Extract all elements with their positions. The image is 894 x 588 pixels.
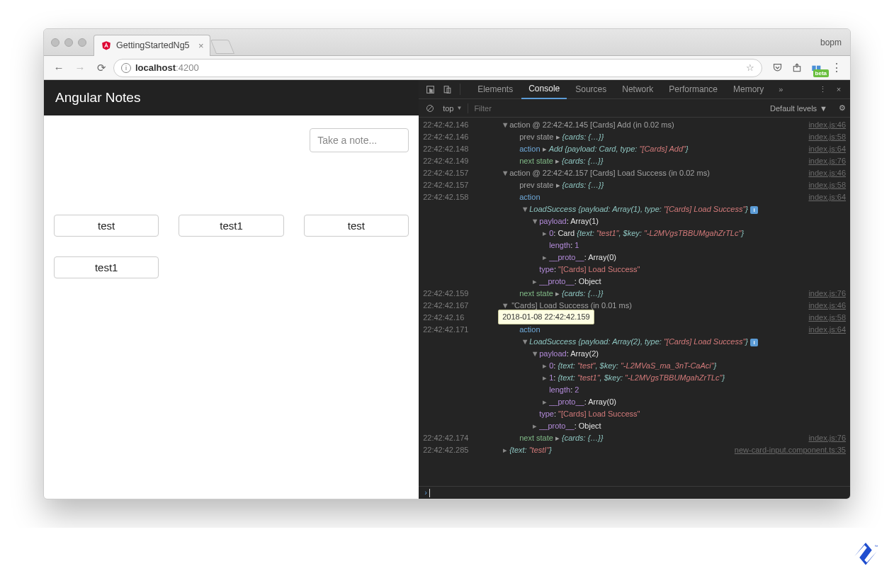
console-line[interactable]: ▼payload: Array(2) bbox=[419, 348, 850, 360]
console-line[interactable]: 22:42:42.149next state ▸ {cards: {…}}ind… bbox=[419, 155, 850, 167]
expand-arrow-icon[interactable]: ▸ bbox=[541, 227, 549, 239]
source-link[interactable]: index.js:76 bbox=[801, 155, 846, 167]
console-line[interactable]: ▼payload: Array(1) bbox=[419, 215, 850, 227]
minimize-window-button[interactable] bbox=[64, 38, 73, 47]
forward-button[interactable]: → bbox=[71, 60, 89, 77]
console-line[interactable]: 22:42:42.285▸{text: "testI"}new-card-inp… bbox=[419, 444, 850, 456]
devtools-tab-console[interactable]: Console bbox=[521, 80, 567, 99]
info-badge-icon[interactable]: i bbox=[750, 339, 758, 346]
devtools-tab-memory[interactable]: Memory bbox=[726, 80, 771, 99]
console-line[interactable]: 22:42:42.157▼action @ 22:42:42.157 [Card… bbox=[419, 167, 850, 179]
console-line[interactable]: 22:42:42.159next state ▸ {cards: {…}}ind… bbox=[419, 288, 850, 300]
expand-arrow-icon[interactable]: ▼ bbox=[521, 336, 529, 348]
clear-console-icon[interactable] bbox=[423, 101, 437, 115]
source-link[interactable]: index.js:58 bbox=[801, 312, 846, 324]
console-line[interactable]: ▸0: Card {text: "test1", $key: "-L2MVgsT… bbox=[419, 227, 850, 239]
console-line[interactable]: 22:42:42.146prev state ▸ {cards: {…}}ind… bbox=[419, 131, 850, 143]
star-icon[interactable]: ☆ bbox=[746, 62, 754, 73]
console-line[interactable]: 22:42:42.171actionindex.js:64 bbox=[419, 324, 850, 336]
source-link[interactable]: new-card-input.component.ts:35 bbox=[728, 444, 846, 456]
expand-arrow-icon[interactable]: ▼ bbox=[531, 215, 539, 227]
extension-icon[interactable]: beta bbox=[809, 60, 825, 76]
device-toggle-icon[interactable] bbox=[440, 82, 454, 96]
console-line[interactable]: 22:42:42.16 …}}index.js:58 bbox=[419, 312, 850, 324]
log-levels-selector[interactable]: Default levels▼ bbox=[770, 104, 827, 113]
console-line[interactable]: 22:42:42.157prev state ▸ {cards: {…}}ind… bbox=[419, 179, 850, 191]
profile-name[interactable]: bopm bbox=[820, 38, 842, 47]
console-line[interactable]: 22:42:42.174next state ▸ {cards: {…}}ind… bbox=[419, 432, 850, 444]
console-line[interactable]: ▼LoadSuccess {payload: Array(1), type: "… bbox=[419, 203, 850, 215]
more-tabs-icon[interactable]: » bbox=[774, 82, 788, 96]
expand-arrow-icon[interactable]: ▸ bbox=[541, 396, 549, 408]
console-line[interactable]: 22:42:42.167▼ "Cards] Load Success (in 0… bbox=[419, 300, 850, 312]
expand-arrow-icon[interactable]: ▸ bbox=[501, 444, 509, 456]
console-prompt[interactable]: › bbox=[419, 486, 850, 499]
context-selector[interactable]: top▼ bbox=[443, 104, 462, 113]
maximize-window-button[interactable] bbox=[78, 38, 86, 47]
expand-arrow-icon[interactable]: ▼ bbox=[531, 348, 539, 360]
site-info-icon[interactable]: i bbox=[121, 63, 131, 73]
source-link[interactable]: index.js:46 bbox=[801, 119, 846, 131]
expand-arrow-icon[interactable]: ▼ bbox=[501, 119, 509, 131]
console-line[interactable]: length: 1 bbox=[419, 239, 850, 251]
pocket-icon[interactable] bbox=[769, 60, 785, 76]
note-card[interactable]: test bbox=[304, 215, 409, 237]
devtools-tab-network[interactable]: Network bbox=[615, 80, 660, 99]
menu-icon[interactable]: ⋮ bbox=[829, 60, 844, 76]
devtools-tab-performance[interactable]: Performance bbox=[662, 80, 725, 99]
devtools-menu-icon[interactable]: ⋮ bbox=[816, 82, 829, 96]
expand-arrow-icon[interactable]: ▼ bbox=[521, 203, 529, 215]
browser-tab[interactable]: GettingStartedNg5 × bbox=[94, 35, 210, 56]
devtools-close-icon[interactable]: × bbox=[832, 82, 846, 96]
source-link[interactable]: index.js:76 bbox=[801, 288, 846, 300]
note-card[interactable]: test1 bbox=[54, 256, 159, 278]
note-input[interactable] bbox=[310, 128, 409, 152]
console-line[interactable]: 22:42:42.158actionindex.js:64 bbox=[419, 191, 850, 203]
console-line[interactable]: type: "[Cards] Load Success" bbox=[419, 264, 850, 276]
console-line[interactable]: ▸1: {text: "test1", $key: "-L2MVgsTBBUMg… bbox=[419, 372, 850, 384]
info-badge-icon[interactable]: i bbox=[750, 206, 758, 214]
console-line[interactable]: ▸__proto__: Object bbox=[419, 420, 850, 432]
console-line[interactable]: ▸__proto__: Array(0) bbox=[419, 396, 850, 408]
log-timestamp: 22:42:42.148 bbox=[423, 143, 495, 155]
console-settings-icon[interactable]: ⚙ bbox=[839, 103, 846, 113]
expand-arrow-icon[interactable]: ▸ bbox=[531, 420, 539, 432]
address-bar[interactable]: i localhost:4200 ☆ bbox=[113, 59, 762, 77]
new-tab-button[interactable] bbox=[210, 40, 234, 54]
back-button[interactable]: ← bbox=[50, 60, 68, 77]
console-line[interactable]: ▸0: {text: "test", $key: "-L2MVaS_ma_3nT… bbox=[419, 360, 850, 372]
filter-input[interactable] bbox=[474, 104, 524, 113]
console-line[interactable]: 22:42:42.146▼action @ 22:42:42.145 [Card… bbox=[419, 119, 850, 131]
source-link[interactable]: index.js:64 bbox=[801, 324, 846, 336]
source-link[interactable]: index.js:64 bbox=[801, 191, 846, 203]
source-link[interactable]: index.js:76 bbox=[801, 432, 846, 444]
note-card[interactable]: test bbox=[54, 215, 159, 237]
console-line[interactable]: length: 2 bbox=[419, 384, 850, 396]
note-card[interactable]: test1 bbox=[179, 215, 283, 237]
console-line[interactable]: ▼LoadSuccess {payload: Array(2), type: "… bbox=[419, 336, 850, 348]
expand-arrow-icon[interactable]: ▸ bbox=[541, 360, 549, 372]
source-link[interactable]: index.js:46 bbox=[801, 167, 846, 179]
devtools-tab-elements[interactable]: Elements bbox=[470, 80, 520, 99]
source-link[interactable]: index.js:58 bbox=[801, 131, 846, 143]
reload-button[interactable]: ⟳ bbox=[92, 60, 111, 77]
expand-arrow-icon[interactable]: ▸ bbox=[541, 372, 549, 384]
tab-close-icon[interactable]: × bbox=[198, 40, 204, 51]
expand-arrow-icon[interactable]: ▸ bbox=[541, 251, 549, 264]
console-line[interactable]: ▸__proto__: Object bbox=[419, 276, 850, 288]
expand-arrow-icon[interactable]: ▸ bbox=[531, 276, 539, 288]
devtools-tab-sources[interactable]: Sources bbox=[568, 80, 613, 99]
share-icon[interactable] bbox=[789, 60, 805, 76]
console-output[interactable]: 22:42:42.146▼action @ 22:42:42.145 [Card… bbox=[419, 118, 850, 486]
source-link[interactable]: index.js:64 bbox=[801, 143, 846, 155]
console-line[interactable]: 22:42:42.148action ▸ Add {payload: Card,… bbox=[419, 143, 850, 155]
close-window-button[interactable] bbox=[51, 38, 60, 47]
console-line[interactable]: ▸__proto__: Array(0) bbox=[419, 251, 850, 264]
source-link[interactable]: index.js:46 bbox=[801, 300, 846, 312]
inspect-icon[interactable] bbox=[423, 82, 437, 96]
source-link[interactable]: index.js:58 bbox=[801, 179, 846, 191]
expand-arrow-icon[interactable]: ▼ bbox=[501, 167, 509, 179]
log-timestamp: 22:42:42.146 bbox=[423, 131, 495, 143]
console-line[interactable]: type: "[Cards] Load Success" bbox=[419, 408, 850, 420]
log-timestamp: 22:42:42.16 bbox=[423, 312, 495, 324]
